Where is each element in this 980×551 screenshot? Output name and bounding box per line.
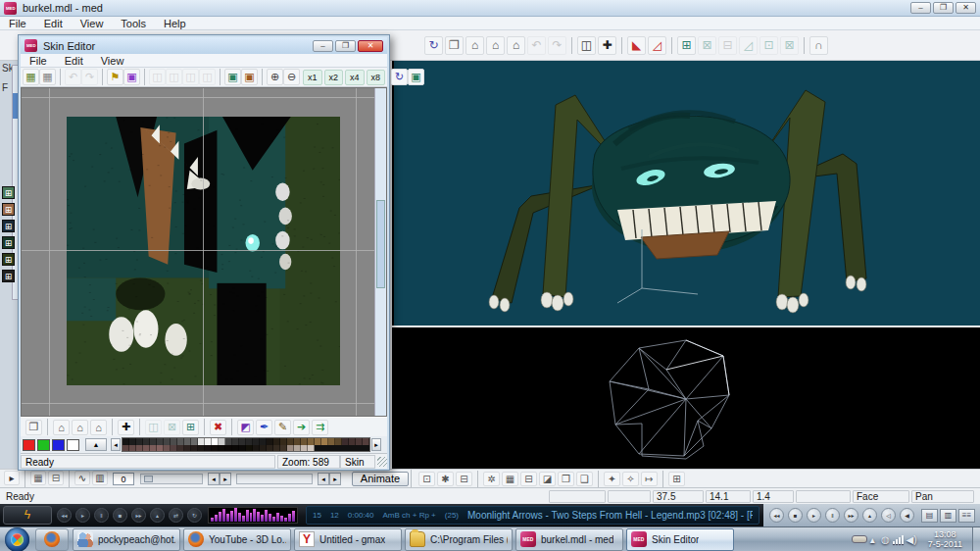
vp-shade-icon[interactable]: ◪ xyxy=(539,472,556,486)
palette-color-cell[interactable] xyxy=(122,438,129,445)
minimize-button[interactable]: – xyxy=(910,2,931,14)
face-select-icon[interactable]: ◣ xyxy=(627,36,646,55)
wa-playlist-button[interactable]: ▥ xyxy=(940,509,956,523)
task-firefox-youtube[interactable]: YouTube - 3D Lo... xyxy=(183,528,291,551)
vp-step-icon[interactable]: ↦ xyxy=(641,472,658,486)
uv-scale-icon[interactable]: ⊠ xyxy=(698,36,716,55)
vp-frame-icon[interactable]: ⊟ xyxy=(456,472,472,486)
swatch-white[interactable] xyxy=(67,439,79,451)
uv-project-icon[interactable]: ⊡ xyxy=(760,36,778,55)
palette-color-cell[interactable] xyxy=(164,445,171,452)
wa-next-button[interactable]: ▸▸ xyxy=(131,508,146,523)
minimize-button[interactable]: – xyxy=(313,40,333,52)
palette-color-cell[interactable] xyxy=(177,445,184,452)
wa2-pause-button[interactable]: ‖ xyxy=(825,508,840,523)
winamp-display[interactable]: 15120:00:40AmB ch + Rp +(25) Moonlight A… xyxy=(306,506,760,525)
palette-color-cell[interactable] xyxy=(143,438,150,445)
palette-color-cell[interactable] xyxy=(253,438,260,445)
frame-select-icon[interactable]: ▣ xyxy=(123,69,140,85)
menu-item[interactable]: File xyxy=(21,55,56,67)
anim-curve-icon[interactable]: ∿ xyxy=(74,471,90,485)
vp-star-icon[interactable]: ✲ xyxy=(483,472,500,486)
anim-range-icon[interactable]: ⊟ xyxy=(48,471,64,485)
wa2-play-button[interactable]: ▸ xyxy=(807,508,821,523)
vp-point1-icon[interactable]: ✦ xyxy=(604,472,620,486)
anim-frames-icon[interactable]: ▦ xyxy=(30,471,46,485)
palette-color-cell[interactable] xyxy=(287,445,294,452)
palette-color-cell[interactable] xyxy=(301,445,308,452)
flip-vertical-icon[interactable]: ⊠ xyxy=(164,420,180,435)
vp-copy2-icon[interactable]: ❑ xyxy=(576,472,593,486)
palette-color-cell[interactable] xyxy=(171,438,177,445)
uv-mapping-icon[interactable]: ▣ xyxy=(224,69,241,85)
palette-color-cell[interactable] xyxy=(239,445,246,452)
texture-view-icon[interactable]: ▣ xyxy=(241,69,258,85)
palette-dropdown-button[interactable]: ▲ xyxy=(85,438,107,451)
palette-color-cell[interactable] xyxy=(171,445,177,452)
import-texture-icon[interactable]: ⚑ xyxy=(107,69,123,85)
wa2-eject-button[interactable]: ▴ xyxy=(862,508,877,523)
palette-color-cell[interactable] xyxy=(198,445,205,452)
swatch-red[interactable] xyxy=(23,439,35,451)
menu-item[interactable]: Tools xyxy=(112,18,155,29)
overlay-icon[interactable]: ▣ xyxy=(408,69,424,85)
palette-color-cell[interactable] xyxy=(335,438,342,445)
skin-titlebar[interactable]: MED Skin Editor –❐✕ xyxy=(21,37,387,54)
open-skin-icon[interactable]: ▦ xyxy=(23,69,39,85)
rotate-tool-icon[interactable]: ↻ xyxy=(424,36,443,55)
panel-grid4-icon[interactable]: ⊞ xyxy=(2,270,15,282)
palette-color-cell[interactable] xyxy=(321,438,328,445)
tray-clock[interactable]: 13:08 7-5-2011 xyxy=(928,529,962,549)
palette-color-cell[interactable] xyxy=(150,438,157,445)
task-messenger[interactable]: pockypeach@hot... xyxy=(73,528,180,551)
viewport-3d[interactable] xyxy=(392,61,980,326)
wa-play-button[interactable]: ▸ xyxy=(75,508,90,523)
palette-color-cell[interactable] xyxy=(177,438,184,445)
palette-color-cell[interactable] xyxy=(136,445,143,452)
palette-color-cell[interactable] xyxy=(205,445,212,452)
vertex-unlock-icon[interactable]: ⌂ xyxy=(486,36,505,55)
palette-color-cell[interactable] xyxy=(219,438,225,445)
palette-color-cell[interactable] xyxy=(129,438,136,445)
palette-color-cell[interactable] xyxy=(232,438,239,445)
move-uv-icon[interactable]: ✚ xyxy=(118,420,134,435)
task-skin-editor[interactable]: MED Skin Editor xyxy=(626,528,734,551)
mirror-left-icon[interactable]: ◫ xyxy=(149,69,166,85)
palette-color-cell[interactable] xyxy=(260,438,267,445)
zoom-out-icon[interactable]: ⊖ xyxy=(283,69,300,85)
vp-copy1-icon[interactable]: ❐ xyxy=(558,472,574,486)
palette-color-cell[interactable] xyxy=(164,438,171,445)
main-titlebar[interactable]: MED burkel.mdl - med –❐✕ xyxy=(0,0,980,17)
palette-color-cell[interactable] xyxy=(198,438,205,445)
panel-grid3-icon[interactable]: ⊞ xyxy=(2,253,15,266)
palette-color-cell[interactable] xyxy=(294,438,301,445)
range-slider[interactable] xyxy=(236,474,313,484)
palette-color-cell[interactable] xyxy=(219,445,225,452)
palette-color-cell[interactable] xyxy=(122,445,129,452)
palette-color-cell[interactable] xyxy=(143,445,150,452)
panel-grid1-icon[interactable]: ⊞ xyxy=(2,220,15,232)
wa-stop-button[interactable]: ■ xyxy=(113,508,127,523)
face-outline-icon[interactable]: ◿ xyxy=(648,36,666,55)
apply-icon[interactable]: ➔ xyxy=(293,420,310,435)
palette-color-cell[interactable] xyxy=(363,438,369,445)
volume-icon[interactable]: ◀) xyxy=(906,534,917,545)
palette-color-cell[interactable] xyxy=(328,438,335,445)
palette-color-cell[interactable] xyxy=(294,445,301,452)
palette-color-cell[interactable] xyxy=(246,438,253,445)
palette-color-cell[interactable] xyxy=(129,445,136,452)
vp-point2-icon[interactable]: ✧ xyxy=(622,472,639,486)
palette-color-cell[interactable] xyxy=(205,438,212,445)
close-button[interactable]: ✕ xyxy=(358,40,383,52)
vp-center-icon[interactable]: ⊡ xyxy=(418,472,435,486)
menu-item[interactable]: Help xyxy=(155,18,195,29)
menu-item[interactable]: View xyxy=(92,55,133,67)
show-desktop-button[interactable] xyxy=(972,527,980,551)
swatch-green[interactable] xyxy=(37,439,50,451)
panel-grid2-icon[interactable]: ⊞ xyxy=(2,236,15,249)
language-bar-icon[interactable] xyxy=(852,535,867,543)
wa-pause-button[interactable]: ‖ xyxy=(94,508,109,523)
palette-color-cell[interactable] xyxy=(301,438,308,445)
palette-color-cell[interactable] xyxy=(191,445,198,452)
rotate-skin-icon[interactable]: ↻ xyxy=(391,69,408,85)
